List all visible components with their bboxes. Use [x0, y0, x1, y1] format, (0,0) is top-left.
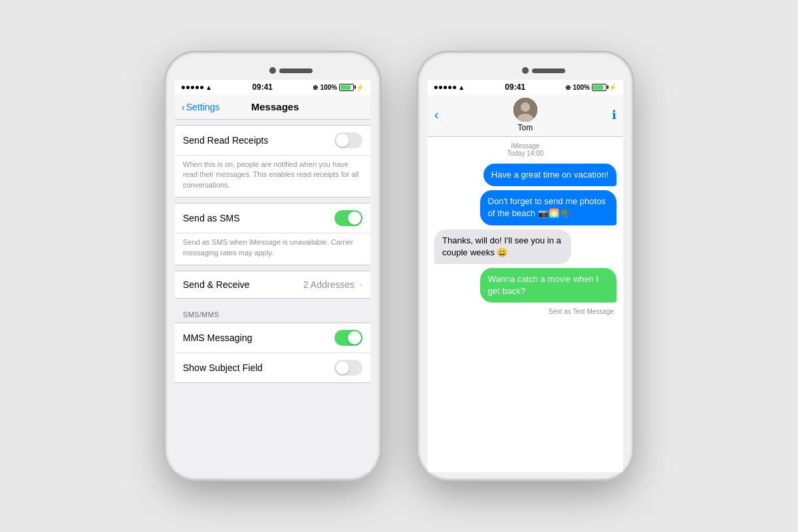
signal-dots-2 [434, 86, 456, 89]
mms-messaging-toggle[interactable] [334, 330, 362, 346]
mms-messaging-row[interactable]: MMS Messaging [175, 323, 370, 353]
speaker-grille [279, 68, 313, 73]
status-bar-2: ▲ 09:41 ⊕ 100% ⚡ [428, 80, 623, 94]
send-read-receipts-desc: When this is on, people are notified whe… [175, 156, 370, 197]
iphone-settings: ▲ 09:41 ⊕ 100% ⚡ ‹ Settings Messages [166, 53, 379, 479]
battery-percent: 100% [320, 84, 337, 91]
charging-icon: ⚡ [356, 84, 364, 91]
location-icon: ⊕ [313, 84, 318, 91]
status-right-2: ⊕ 100% ⚡ [565, 84, 616, 91]
signal-dots [182, 86, 203, 89]
contact-name: Tom [517, 123, 533, 132]
messages-back-button[interactable]: ‹ [434, 107, 439, 122]
status-right: ⊕ 100% ⚡ [313, 84, 364, 91]
sms-mms-group: MMS Messaging Show Subject Field [175, 323, 370, 383]
messages-screen: ▲ 09:41 ⊕ 100% ⚡ ‹ [428, 80, 623, 472]
show-subject-field-toggle[interactable] [334, 360, 362, 376]
iphone2-top-bar [423, 61, 628, 80]
contact-info-center: Tom [513, 98, 537, 132]
battery-icon [339, 84, 354, 91]
send-receive-row[interactable]: Send & Receive 2 Addresses › [175, 271, 370, 298]
nav-title: Messages [219, 101, 331, 112]
status-time-2: 09:41 [505, 82, 525, 92]
svg-point-1 [517, 114, 533, 122]
status-time: 09:41 [252, 82, 273, 92]
message-row-4: Wanna catch a movie when I get back? [434, 268, 616, 303]
message-row-2: Don't forget to send me photos of the be… [434, 190, 616, 225]
bubble-3: Thanks, will do! I'll see you in a coupl… [434, 229, 571, 264]
status-left-2: ▲ [434, 84, 465, 91]
send-as-sms-toggle[interactable] [334, 210, 362, 226]
location-icon-2: ⊕ [565, 84, 571, 91]
mms-messaging-label: MMS Messaging [183, 332, 252, 343]
chevron-right-icon: › [360, 280, 362, 289]
charging-icon-2: ⚡ [608, 84, 616, 91]
message-row-3: Thanks, will do! I'll see you in a coupl… [434, 229, 616, 264]
sms-mms-section-header: SMS/MMS [175, 301, 370, 323]
send-as-sms-label: Send as SMS [183, 213, 240, 223]
send-as-sms-desc: Send as SMS when iMessage is unavailable… [175, 233, 370, 265]
message-timestamp: iMessage Today 14:00 [434, 142, 616, 157]
wifi-icon: ▲ [205, 84, 212, 91]
settings-content: Send Read Receipts When this is on, peop… [175, 120, 370, 472]
status-bar: ▲ 09:41 ⊕ 100% ⚡ [175, 80, 370, 94]
battery-percent-2: 100% [573, 84, 590, 91]
wifi-icon-2: ▲ [458, 84, 465, 91]
contact-avatar [513, 98, 537, 122]
send-as-sms-row[interactable]: Send as SMS [175, 203, 370, 233]
read-receipts-group: Send Read Receipts When this is on, peop… [175, 125, 370, 198]
settings-screen: ▲ 09:41 ⊕ 100% ⚡ ‹ Settings Messages [175, 80, 370, 472]
settings-nav-bar: ‹ Settings Messages [175, 94, 370, 120]
send-as-sms-group: Send as SMS Send as SMS when iMessage is… [175, 203, 370, 265]
info-button[interactable]: ℹ [612, 108, 616, 122]
battery-icon-2 [592, 84, 606, 91]
back-button[interactable]: ‹ Settings [182, 102, 219, 112]
bubble-1: Have a great time on vacation! [483, 164, 616, 186]
bubble-4: Wanna catch a movie when I get back? [480, 268, 617, 303]
send-read-receipts-row[interactable]: Send Read Receipts [175, 126, 370, 156]
front-camera-2 [522, 67, 529, 74]
front-camera [269, 67, 276, 74]
iphone-top-bar [170, 61, 375, 80]
send-receive-label: Send & Receive [183, 279, 249, 290]
show-subject-field-row[interactable]: Show Subject Field [175, 353, 370, 382]
sent-as-text-label: Sent as Text Message [434, 308, 616, 315]
send-read-receipts-toggle[interactable] [334, 132, 362, 148]
message-row-1: Have a great time on vacation! [434, 164, 616, 186]
back-label: Settings [186, 102, 220, 112]
iphone-messages: ▲ 09:41 ⊕ 100% ⚡ ‹ [419, 53, 632, 479]
send-receive-value: 2 Addresses › [303, 279, 362, 290]
messages-content: iMessage Today 14:00 Have a great time o… [428, 137, 623, 472]
show-subject-field-label: Show Subject Field [183, 362, 263, 373]
svg-point-0 [521, 102, 530, 112]
send-read-receipts-label: Send Read Receipts [183, 135, 268, 146]
chevron-left-icon: ‹ [182, 102, 185, 112]
speaker-grille-2 [532, 68, 565, 73]
send-receive-group: Send & Receive 2 Addresses › [175, 271, 370, 299]
status-left: ▲ [182, 84, 212, 91]
messages-nav-bar: ‹ Tom ℹ [428, 94, 623, 137]
bubble-2: Don't forget to send me photos of the be… [480, 190, 617, 225]
